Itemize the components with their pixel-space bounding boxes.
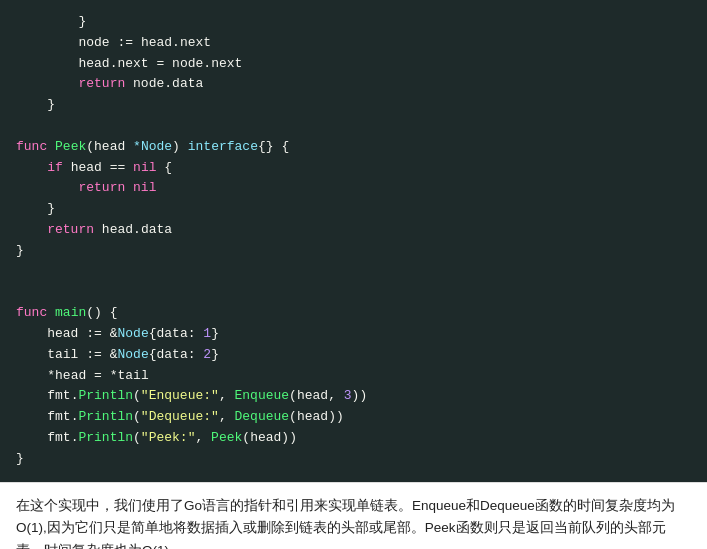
code-line: return node.data [16, 74, 691, 95]
code-line: fmt.Println("Dequeue:", Dequeue(head)) [16, 407, 691, 428]
code-line: head := &Node{data: 1} [16, 324, 691, 345]
code-line: *head = *tail [16, 366, 691, 387]
code-line [16, 282, 691, 303]
code-line: func Peek(head *Node) interface{} { [16, 137, 691, 158]
code-line: head.next = node.next [16, 54, 691, 75]
code-line: tail := &Node{data: 2} [16, 345, 691, 366]
code-line: return nil [16, 178, 691, 199]
code-line [16, 262, 691, 283]
code-line: } [16, 449, 691, 470]
code-line: fmt.Println("Enqueue:", Enqueue(head, 3)… [16, 386, 691, 407]
code-line: } [16, 241, 691, 262]
code-line: node := head.next [16, 33, 691, 54]
code-line [16, 116, 691, 137]
code-line: return head.data [16, 220, 691, 241]
code-line: } [16, 199, 691, 220]
code-line: fmt.Println("Peek:", Peek(head)) [16, 428, 691, 449]
code-editor: } node := head.next head.next = node.nex… [0, 0, 707, 482]
code-line: } [16, 12, 691, 33]
code-line: func main() { [16, 303, 691, 324]
description-content: 在这个实现中，我们使用了Go语言的指针和引用来实现单链表。Enqueue和Deq… [16, 498, 675, 549]
description-text: 在这个实现中，我们使用了Go语言的指针和引用来实现单链表。Enqueue和Deq… [0, 482, 707, 549]
code-line: if head == nil { [16, 158, 691, 179]
code-line: } [16, 95, 691, 116]
